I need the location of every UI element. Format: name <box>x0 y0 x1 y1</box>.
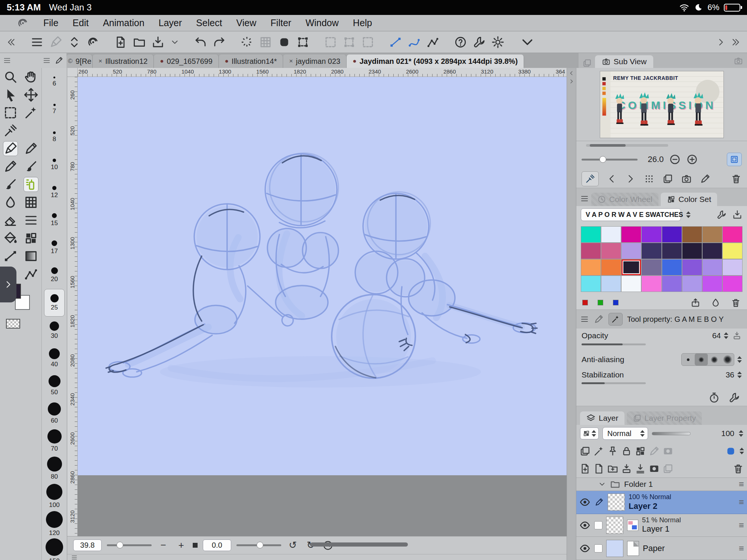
tab-marker-icon[interactable]: ● <box>160 57 164 65</box>
color-swatch[interactable] <box>662 276 682 292</box>
help-icon[interactable] <box>454 35 467 49</box>
collapse-right-pane-icon[interactable] <box>731 37 741 47</box>
brush-size-item[interactable]: 6 <box>44 68 65 96</box>
eraser-tool-icon[interactable] <box>3 213 18 228</box>
subview-next-icon[interactable] <box>625 173 636 184</box>
subview-zoom-in-icon[interactable] <box>686 153 698 165</box>
subview-capture-icon[interactable] <box>681 173 692 184</box>
blend-mode-select[interactable]: Normal <box>602 427 648 440</box>
tab-marker-icon[interactable]: × <box>289 57 293 65</box>
color-swatch[interactable] <box>682 243 702 259</box>
snap-to-ruler-icon[interactable] <box>389 35 402 49</box>
color-swatch[interactable] <box>662 259 682 275</box>
layer-select-checkbox[interactable] <box>594 544 602 553</box>
invert-selection-icon[interactable] <box>259 35 272 49</box>
create-mask-icon[interactable] <box>648 463 660 475</box>
brush-plain-icon[interactable] <box>593 314 604 324</box>
brush-size-item[interactable]: 100 <box>44 482 65 510</box>
document-tab[interactable]: × jaydiman 023 <box>283 55 347 68</box>
layer-color-stepper[interactable] <box>740 448 744 454</box>
workspace-switch-icon[interactable] <box>68 35 81 49</box>
color-swatch[interactable] <box>581 243 601 259</box>
document-tab[interactable]: × Illustration12 <box>93 55 154 68</box>
color-swatch[interactable] <box>622 259 641 275</box>
color-panel-grip-icon[interactable] <box>580 194 589 203</box>
layer-palette-combo[interactable] <box>580 427 599 439</box>
tab-layer-property[interactable]: Layer Property <box>627 411 702 425</box>
color-swatch[interactable] <box>703 243 722 259</box>
color-swatch[interactable] <box>703 227 722 242</box>
brush-size-item[interactable]: 12 <box>44 178 65 206</box>
layer-visible-eye-icon[interactable] <box>579 543 591 554</box>
color-swatch[interactable] <box>581 276 601 292</box>
tab-marker-icon[interactable]: × <box>99 57 102 65</box>
color-swatch[interactable] <box>601 259 621 275</box>
tool-property-grip-icon[interactable] <box>580 315 589 324</box>
color-swatch[interactable] <box>622 243 641 259</box>
correct-line-tool-icon[interactable] <box>24 267 38 281</box>
save-options-chevron-icon[interactable] <box>170 37 180 47</box>
move-layer-tool-icon[interactable] <box>24 87 38 102</box>
decoration-tool-icon[interactable] <box>3 177 18 192</box>
opacity-stepper[interactable] <box>724 332 728 339</box>
canvas-horizontal-scrollbar[interactable] <box>310 542 408 547</box>
collapse-command-bar-icon[interactable] <box>519 34 536 51</box>
brush-size-item[interactable]: 17 <box>44 234 65 261</box>
menu-item[interactable]: File <box>43 18 58 28</box>
tool-detail-wrench-icon[interactable] <box>728 392 740 404</box>
tab-marker-icon[interactable]: ● <box>225 57 229 65</box>
brush-size-item[interactable]: 7 <box>44 96 65 123</box>
tab-marker-icon[interactable]: © <box>68 57 73 65</box>
pencil-tool-icon[interactable] <box>3 159 18 174</box>
transfer-to-layer-icon[interactable] <box>621 463 632 475</box>
rotation-slider[interactable] <box>236 544 281 546</box>
undo-icon[interactable] <box>194 35 207 49</box>
snap-to-grid-icon[interactable] <box>426 35 440 49</box>
layer-thumbnail[interactable] <box>608 494 625 511</box>
quick-color-blue[interactable] <box>613 300 619 305</box>
menu-item[interactable]: Select <box>196 18 222 28</box>
color-set-import-icon[interactable] <box>732 209 743 220</box>
color-swatch[interactable] <box>642 259 661 275</box>
apply-mask-icon[interactable] <box>662 463 674 475</box>
antialias-none-button[interactable] <box>682 354 695 365</box>
panel-dock-icon[interactable] <box>582 58 592 68</box>
color-swatch[interactable] <box>622 227 641 242</box>
pin-layer-icon[interactable] <box>607 445 619 457</box>
tab-marker-icon[interactable]: ● <box>353 57 356 65</box>
reference-image[interactable]: REMY THE JACKRABBIT COMMISSION COMMISSIO… <box>600 71 724 138</box>
replace-swatch-icon[interactable] <box>710 298 721 308</box>
color-swatch[interactable] <box>601 243 621 259</box>
delete-layer-icon[interactable] <box>732 463 744 475</box>
blend-tool-icon[interactable] <box>3 195 18 210</box>
document-tab[interactable]: © 9[Re <box>66 55 93 68</box>
layer-row-folder[interactable]: Folder 1 ≡ <box>576 478 747 491</box>
subview-list-grid-icon[interactable] <box>644 173 655 184</box>
clip-studio-logo-icon[interactable] <box>16 17 29 29</box>
canvas[interactable] <box>78 77 567 475</box>
brush-size-item[interactable]: 40 <box>44 344 65 372</box>
document-tab[interactable]: ● Illustration14* <box>219 55 283 68</box>
new-vector-layer-icon[interactable] <box>593 463 605 475</box>
blend-mode-stepper[interactable] <box>640 430 645 437</box>
opacity-value[interactable]: 64 <box>712 331 721 340</box>
size-panel-grip-icon[interactable] <box>43 56 51 65</box>
new-file-icon[interactable] <box>114 35 127 49</box>
stabilization-slider[interactable] <box>582 382 646 384</box>
stabilization-stepper[interactable] <box>737 371 742 378</box>
color-swatch[interactable] <box>662 227 682 242</box>
menu-item[interactable]: Edit <box>72 18 89 28</box>
layer-row-layer2[interactable]: 100 % Normal Layer 2 ≡ <box>576 491 747 514</box>
layer-grip[interactable]: ≡ <box>739 479 744 489</box>
redo-icon[interactable] <box>213 35 226 49</box>
zoom-in-button[interactable]: + <box>175 539 187 551</box>
selection-fade-icon[interactable] <box>361 35 375 49</box>
menu-item[interactable]: Help <box>353 18 372 28</box>
reset-tool-icon[interactable] <box>708 392 720 404</box>
brush-settings-button[interactable] <box>608 313 623 326</box>
selection-tool-icon[interactable] <box>3 105 18 120</box>
brush-size-item[interactable]: 30 <box>44 317 65 344</box>
main-menu-icon[interactable] <box>30 35 44 49</box>
subview-delete-icon[interactable] <box>731 173 742 184</box>
antialias-weak-button[interactable] <box>695 354 708 365</box>
